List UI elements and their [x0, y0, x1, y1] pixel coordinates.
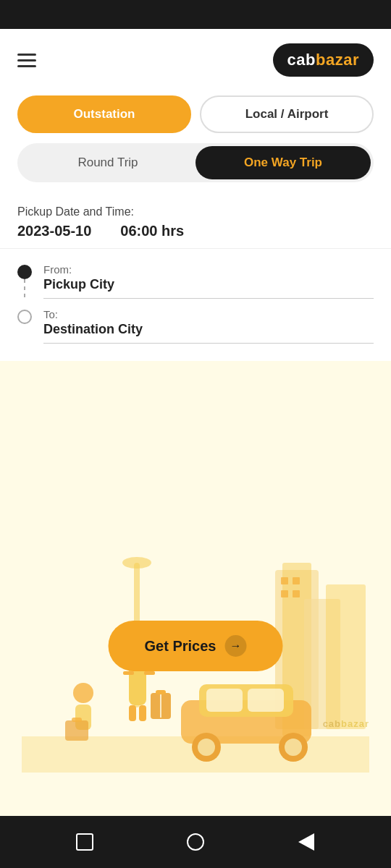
logo-part1: cab: [287, 51, 316, 69]
get-prices-label: Get Prices: [145, 638, 216, 655]
route-connector: [24, 279, 25, 299]
to-value: Destination City: [43, 322, 374, 337]
tab-outstation[interactable]: Outstation: [17, 95, 191, 133]
header: cabbazar: [0, 29, 391, 88]
pickup-label: Pickup Date and Time:: [17, 205, 374, 218]
from-input[interactable]: From: Pickup City: [43, 263, 374, 299]
tab-local-airport[interactable]: Local / Airport: [200, 95, 374, 133]
square-icon: [76, 833, 93, 851]
service-tabs: Outstation Local / Airport: [17, 95, 374, 133]
from-value: Pickup City: [43, 277, 374, 292]
menu-button[interactable]: [17, 54, 36, 67]
datetime-values: 2023-05-10 06:00 hrs: [17, 223, 374, 239]
tab-round-trip[interactable]: Round Trip: [20, 146, 196, 179]
svg-point-28: [73, 683, 93, 703]
svg-rect-24: [139, 705, 146, 721]
svg-rect-21: [123, 671, 134, 675]
tab-section: Outstation Local / Airport Round Trip On…: [0, 88, 391, 194]
from-dot: [17, 265, 32, 279]
app-logo: cabbazar: [273, 43, 374, 77]
bottom-nav: [0, 816, 391, 868]
svg-point-16: [285, 739, 302, 756]
to-label: To:: [43, 308, 374, 320]
pickup-time[interactable]: 06:00 hrs: [120, 223, 184, 239]
tab-one-way[interactable]: One Way Trip: [196, 146, 371, 179]
svg-rect-17: [206, 689, 243, 712]
logo-part2: bazar: [316, 51, 359, 69]
route-section: From: Pickup City To: Destination City: [0, 249, 391, 361]
svg-rect-30: [65, 720, 88, 741]
svg-rect-18: [248, 689, 284, 712]
svg-rect-3: [326, 584, 366, 729]
trip-tabs: Round Trip One Way Trip: [17, 143, 374, 182]
main-content: cabbazar Outstation Local / Airport Roun…: [0, 29, 391, 816]
svg-rect-26: [156, 690, 166, 694]
back-icon: [298, 833, 314, 851]
to-route-item: To: Destination City: [17, 308, 374, 344]
to-dot: [17, 310, 32, 324]
from-route-item: From: Pickup City: [17, 263, 374, 302]
pickup-date[interactable]: 2023-05-10: [17, 223, 91, 239]
from-label: From:: [43, 263, 374, 276]
svg-rect-4: [281, 577, 288, 584]
watermark: cabbazar: [323, 718, 369, 729]
svg-rect-5: [293, 577, 300, 584]
get-prices-button[interactable]: Get Prices →: [109, 621, 283, 671]
svg-rect-6: [281, 590, 288, 597]
svg-rect-23: [129, 705, 136, 721]
status-bar: [0, 0, 391, 29]
svg-point-14: [198, 739, 215, 756]
datetime-section: Pickup Date and Time: 2023-05-10 06:00 h…: [0, 194, 391, 249]
svg-rect-7: [293, 590, 300, 597]
nav-square-button[interactable]: [73, 830, 96, 854]
svg-point-9: [122, 557, 151, 569]
nav-home-button[interactable]: [184, 830, 207, 854]
svg-rect-31: [72, 718, 82, 722]
circle-icon: [187, 833, 204, 851]
to-input[interactable]: To: Destination City: [43, 308, 374, 344]
svg-rect-22: [144, 671, 155, 675]
nav-back-button[interactable]: [295, 830, 318, 854]
arrow-icon: →: [224, 635, 246, 657]
illustration-area: Get Prices → cabbazar: [0, 361, 391, 816]
